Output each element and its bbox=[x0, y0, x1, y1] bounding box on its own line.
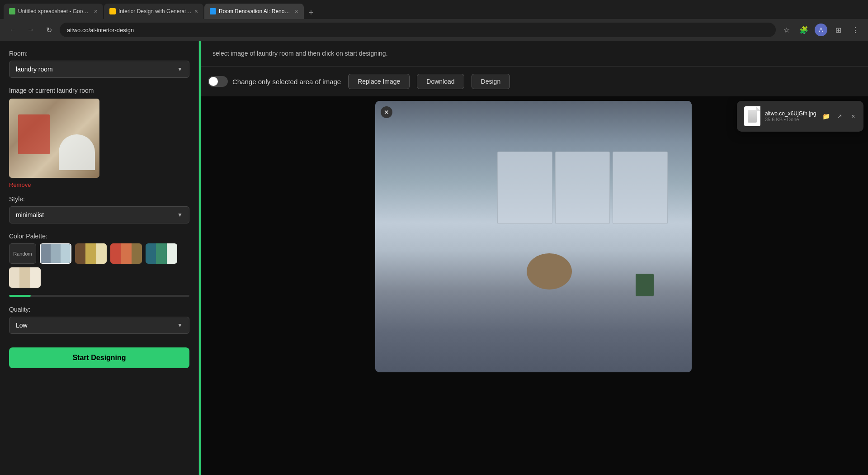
extension-icon[interactable]: 🧩 bbox=[797, 23, 811, 37]
right-content: select image of laundry room and then cl… bbox=[199, 41, 868, 475]
tab-favicon-renovation bbox=[210, 8, 216, 14]
cabinet-box-3 bbox=[613, 152, 668, 224]
swatch-4-col2 bbox=[156, 243, 166, 264]
style-chevron-down-icon: ▼ bbox=[177, 212, 183, 218]
back-button[interactable]: ← bbox=[5, 23, 20, 37]
color-swatches: Random bbox=[9, 243, 189, 288]
start-designing-button[interactable]: Start Designing bbox=[9, 347, 189, 368]
color-palette-label: Color Palette: bbox=[9, 233, 189, 240]
tab-close-renovation[interactable]: × bbox=[295, 8, 298, 15]
tab-close-spreadsheet[interactable]: × bbox=[94, 8, 98, 15]
swatch-3-col3 bbox=[132, 243, 142, 264]
swatch-5-col2 bbox=[19, 267, 30, 288]
style-select-wrapper[interactable]: minimalist ▼ bbox=[9, 206, 189, 223]
forward-button[interactable]: → bbox=[24, 23, 38, 37]
style-select-value: minimalist bbox=[16, 211, 44, 218]
quality-section: Quality: Low ▼ bbox=[9, 306, 189, 334]
swatch-2[interactable] bbox=[75, 243, 107, 264]
nav-icons: ☆ 🧩 A ⊞ ⋮ bbox=[779, 23, 863, 37]
cabinet-upper bbox=[495, 150, 670, 226]
close-modal-button[interactable]: ✕ bbox=[381, 106, 392, 118]
chevron-down-icon: ▼ bbox=[177, 66, 183, 72]
tab-favicon-spreadsheet bbox=[9, 8, 15, 14]
quality-label: Quality: bbox=[9, 306, 189, 313]
address-bar[interactable]: aitwo.co/ai-interior-design bbox=[60, 23, 776, 37]
instruction-content: select image of laundry room and then cl… bbox=[212, 50, 388, 57]
area-toggle[interactable] bbox=[208, 76, 228, 87]
nav-bar: ← → ↻ aitwo.co/ai-interior-design ☆ 🧩 A … bbox=[0, 19, 868, 41]
swatch-4-col1 bbox=[146, 243, 156, 264]
room-label: Room: bbox=[9, 50, 189, 57]
avatar: A bbox=[815, 24, 827, 36]
reload-button[interactable]: ↻ bbox=[42, 23, 56, 37]
bookmark-icon[interactable]: ☆ bbox=[779, 23, 794, 37]
sink-bowl bbox=[527, 253, 572, 290]
image-section-label: Image of current laundry room bbox=[9, 87, 189, 94]
download-button[interactable]: Download bbox=[417, 74, 464, 89]
image-preview bbox=[9, 99, 99, 178]
close-notification-icon[interactable]: × bbox=[848, 111, 859, 122]
download-info: aitwo.co_x6UjGfn.jpg 35.6 KB • Done bbox=[765, 110, 816, 122]
open-folder-icon[interactable]: 📁 bbox=[821, 111, 831, 122]
swatch-2-col2 bbox=[85, 243, 96, 264]
tab-interior[interactable]: Interior Design with Generati... × bbox=[104, 4, 203, 19]
download-status: 35.6 KB • Done bbox=[765, 117, 816, 122]
design-button[interactable]: Design bbox=[472, 74, 510, 89]
swatch-4[interactable] bbox=[146, 243, 177, 264]
quality-select-wrapper[interactable]: Low ▼ bbox=[9, 317, 189, 334]
address-text: aitwo.co/ai-interior-design bbox=[67, 27, 134, 33]
tab-close-interior[interactable]: × bbox=[194, 8, 198, 15]
swatch-3[interactable] bbox=[110, 243, 142, 264]
toggle-knob bbox=[209, 77, 218, 86]
remove-link[interactable]: Remove bbox=[9, 181, 189, 188]
menu-button[interactable]: ⋮ bbox=[848, 23, 863, 37]
swatch-random[interactable]: Random bbox=[9, 243, 36, 264]
cabinet-box-1 bbox=[497, 152, 552, 224]
profile-button[interactable]: A bbox=[814, 23, 828, 37]
swatch-1-col3 bbox=[61, 244, 71, 263]
download-file-icon bbox=[744, 106, 760, 126]
replace-image-button[interactable]: Replace Image bbox=[348, 74, 410, 89]
swatch-5-col3 bbox=[30, 267, 41, 288]
room-select[interactable]: laundry room ▼ bbox=[9, 61, 189, 77]
style-select[interactable]: minimalist ▼ bbox=[9, 207, 189, 223]
swatch-2-col1 bbox=[75, 243, 85, 264]
swatch-1[interactable] bbox=[40, 243, 71, 264]
progress-bar-container bbox=[9, 295, 189, 297]
quality-select[interactable]: Low ▼ bbox=[9, 317, 189, 333]
tab-bar: Untitled spreadsheet - Googl... × Interi… bbox=[0, 0, 868, 19]
laundry-room-image bbox=[9, 99, 99, 178]
quality-chevron-down-icon: ▼ bbox=[177, 322, 183, 328]
room-select-wrapper[interactable]: laundry room ▼ bbox=[9, 61, 189, 78]
new-tab-button[interactable]: + bbox=[305, 6, 317, 19]
swatch-3-col2 bbox=[121, 243, 131, 264]
sidebar-toggle[interactable]: ⊞ bbox=[831, 23, 845, 37]
toggle-container: Change only selected area of image bbox=[208, 76, 341, 87]
download-notification: aitwo.co_x6UjGfn.jpg 35.6 KB • Done 📁 ↗ … bbox=[737, 101, 863, 132]
download-filename: aitwo.co_x6UjGfn.jpg bbox=[765, 110, 816, 117]
style-section: Style: minimalist ▼ bbox=[9, 195, 189, 223]
swatch-3-col1 bbox=[110, 243, 121, 264]
color-palette-section: Color Palette: Random bbox=[9, 233, 189, 297]
sidebar: Room: laundry room ▼ Image of current la… bbox=[0, 41, 199, 475]
image-display-area: aitwo.co_x6UjGfn.jpg 35.6 KB • Done 📁 ↗ … bbox=[199, 96, 868, 475]
tab-spreadsheet[interactable]: Untitled spreadsheet - Googl... × bbox=[4, 4, 103, 19]
download-actions: 📁 ↗ × bbox=[821, 111, 859, 122]
image-modal: ✕ bbox=[375, 101, 692, 372]
swatch-2-col3 bbox=[96, 243, 107, 264]
room-design-image bbox=[375, 101, 692, 372]
sink-area bbox=[502, 223, 597, 318]
plant-pot bbox=[636, 274, 654, 296]
quality-select-value: Low bbox=[16, 322, 28, 329]
open-external-icon[interactable]: ↗ bbox=[834, 111, 845, 122]
swatch-4-col3 bbox=[167, 243, 177, 264]
swatch-5-col1 bbox=[9, 267, 19, 288]
main-content: Room: laundry room ▼ Image of current la… bbox=[0, 41, 868, 475]
swatch-1-col2 bbox=[51, 244, 61, 263]
tab-renovation[interactable]: Room Renovation AI: Renova... × bbox=[204, 4, 304, 19]
room-select-value: laundry room bbox=[16, 66, 53, 73]
tab-favicon-interior bbox=[109, 8, 116, 14]
swatch-5[interactable] bbox=[9, 267, 41, 288]
divider-line bbox=[199, 41, 201, 475]
tab-title-renovation: Room Renovation AI: Renova... bbox=[219, 8, 292, 14]
